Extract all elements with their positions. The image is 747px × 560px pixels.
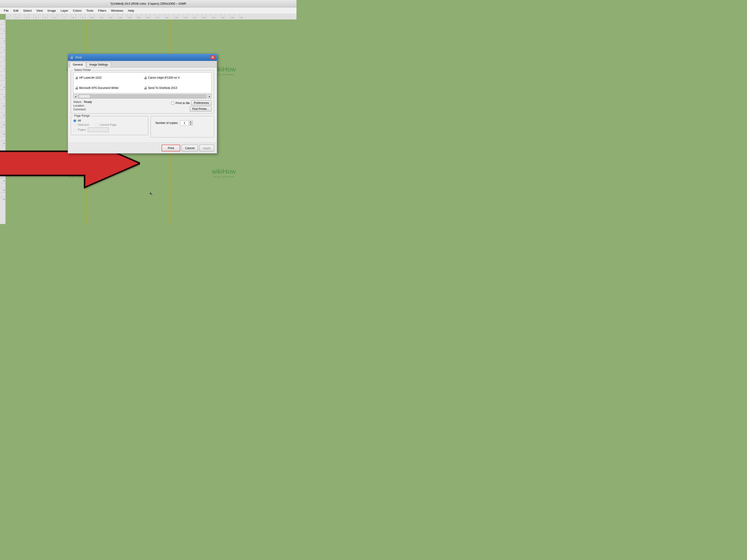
canvas-area: 1 2 3 4 5 6 7 8 9 10 11 [0, 14, 297, 224]
preferences-button[interactable]: Preferences [191, 100, 211, 105]
scroll-track[interactable] [78, 94, 206, 99]
scroll-thumb[interactable] [79, 95, 91, 98]
page-range-label: Page Range [73, 114, 91, 117]
menu-image[interactable]: Image [46, 8, 58, 13]
printer-list: 🖨 HP LaserJet 1022 🖨 Canon Inkjet iP1300… [73, 72, 211, 93]
printer-item-hp[interactable]: 🖨 HP LaserJet 1022 [74, 73, 143, 83]
mouse-cursor: ↖ [149, 191, 153, 196]
ruler-tick [197, 14, 202, 19]
status-right-col: Print to file Preferences Find Printer..… [171, 100, 211, 111]
printer-item-onenote[interactable]: 🖨 Send To OneNote 2013 [143, 83, 211, 93]
tab-general[interactable]: General [70, 62, 86, 68]
printer-item-canon[interactable]: 🖨 Canon Inkjet iP1300 on V [143, 73, 211, 83]
dialog-tabs: General Image Settings [68, 61, 217, 68]
copies-spinner: ▲ ▼ [180, 121, 193, 126]
comment-label: Comment: [73, 108, 86, 111]
spinner-down-button[interactable]: ▼ [189, 123, 193, 126]
dialog-printer-icon: 🖨 [70, 55, 74, 59]
ruler-tick-h: 5 [0, 57, 5, 61]
status-left-col: Status: Ready Location: Comment: [73, 100, 92, 111]
printer-item-xps[interactable]: 🖨 Microsoft XPS Document Writer [74, 83, 143, 93]
dialog-footer: Print Cancel Apply [68, 142, 217, 153]
radio-selection[interactable] [73, 124, 76, 127]
printer-icon-onenote: 🖨 [144, 86, 147, 90]
ruler-tick: 22 [202, 14, 206, 19]
find-printer-button[interactable]: Find Printer... [190, 106, 211, 111]
menu-edit[interactable]: Edit [11, 8, 20, 13]
ruler-tick-h: 12 [0, 122, 5, 127]
menu-colors[interactable]: Colors [71, 8, 83, 13]
gimp-window: *[Untitled]-19.0 (RGB color, 3 layers) 2… [0, 0, 297, 224]
ruler-tick [132, 14, 136, 19]
scroll-left-button[interactable]: ◂ [73, 94, 77, 99]
printer-icon-xps: 🖨 [75, 86, 78, 90]
ruler-tick [206, 14, 211, 19]
menu-file[interactable]: File [2, 8, 10, 13]
menu-tools[interactable]: Tools [84, 8, 95, 13]
menu-view[interactable]: View [34, 8, 45, 13]
ruler-tick [76, 14, 80, 19]
menu-help[interactable]: Help [126, 8, 136, 13]
ruler-tick-h [0, 34, 5, 38]
ruler-tick [234, 14, 239, 19]
ruler-tick [141, 14, 146, 19]
ruler-tick: 3 [24, 14, 29, 19]
radio-all[interactable] [73, 119, 76, 122]
ruler-tick [57, 14, 61, 19]
location-row: Location: [73, 104, 92, 107]
radio-pages[interactable] [73, 128, 76, 131]
menu-layer[interactable]: Layer [59, 8, 70, 13]
menu-filters[interactable]: Filters [96, 8, 108, 13]
pages-input[interactable] [88, 127, 109, 132]
ruler-tick-h: 11 [0, 113, 5, 117]
wikihow-logo-4: wikiHow [212, 168, 236, 175]
ruler-tick [29, 14, 34, 19]
print-button[interactable]: Print [161, 145, 180, 152]
dialog-title-bar: 🖨 Print ✕ [68, 54, 217, 61]
ruler-tick [216, 14, 221, 19]
radio-current-page[interactable] [95, 124, 98, 127]
dialog-close-button[interactable]: ✕ [210, 55, 215, 59]
scroll-right-button[interactable]: ▸ [207, 94, 211, 99]
ruler-tick [38, 14, 43, 19]
ruler-tick-h: 10 [0, 104, 5, 108]
how-normal-4: How [223, 168, 236, 175]
ruler-tick: 18 [164, 14, 169, 19]
tab-image-settings[interactable]: Image Settings [86, 62, 111, 67]
print-dialog: 🖨 Print ✕ General Image Settings Select … [68, 54, 217, 154]
ruler-tick-h [0, 99, 5, 104]
ruler-tick: 9 [80, 14, 85, 19]
ruler-tick: 11 [99, 14, 104, 19]
apply-button[interactable]: Apply [199, 145, 214, 152]
how-normal-2: How [223, 65, 236, 73]
copies-input[interactable] [180, 121, 189, 126]
ruler-tick [85, 14, 89, 19]
menu-windows[interactable]: Windows [109, 8, 125, 13]
radio-current-page-label: Current Page [100, 123, 116, 127]
copies-label: Number of copies: [155, 121, 178, 125]
spinner-up-button[interactable]: ▲ [189, 121, 193, 123]
ruler-tick-h: 20 [0, 197, 5, 202]
ruler-tick: 21 [192, 14, 197, 19]
status-value: Ready [84, 100, 92, 104]
status-label: Status: [73, 100, 82, 104]
ruler-tick-h [0, 43, 5, 48]
wikihow-tagline-4: TO DO ANYTHING [213, 176, 234, 178]
ruler-tick: 25 [230, 14, 234, 19]
radio-pages-label: Pages: [78, 128, 86, 131]
location-label: Location: [73, 104, 85, 107]
radio-group: All Selection Current Page [73, 118, 146, 133]
ruler-tick-h [0, 61, 5, 66]
printer-icon-canon: 🖨 [144, 76, 147, 80]
wiki-bold-4: wiki [212, 168, 223, 175]
page-range-group: Page Range All Selection [71, 116, 148, 135]
ruler-tick [150, 14, 155, 19]
print-to-file-checkbox[interactable] [171, 102, 174, 105]
menu-select[interactable]: Select [21, 8, 33, 13]
dialog-title-text: Print [75, 56, 82, 59]
ruler-tick: 2 [15, 14, 20, 19]
select-printer-group: Select Printer 🖨 HP LaserJet 1022 🖨 Cano… [71, 70, 214, 114]
cancel-button[interactable]: Cancel [182, 145, 198, 152]
dialog-body: Select Printer 🖨 HP LaserJet 1022 🖨 Cano… [68, 68, 217, 142]
ruler-top: 1 2 3 4 5 6 7 8 9 10 11 [6, 14, 297, 20]
